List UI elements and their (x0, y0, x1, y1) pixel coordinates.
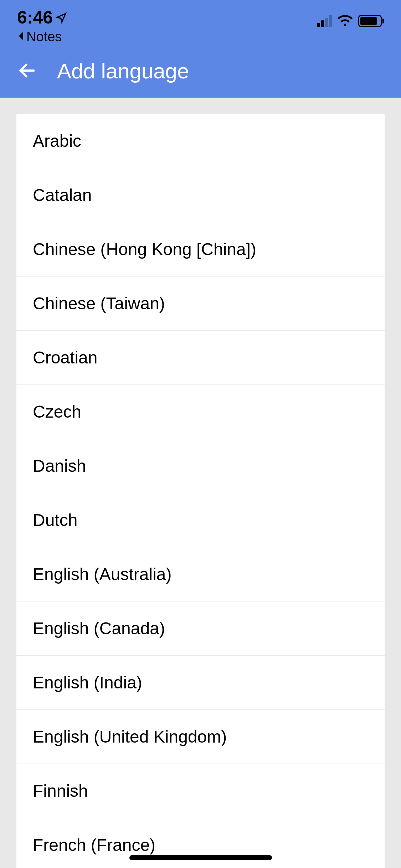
language-label: Catalan (33, 186, 92, 205)
wifi-icon (337, 14, 353, 28)
list-item[interactable]: Catalan (16, 168, 385, 222)
language-label: Chinese (Hong Kong [China]) (33, 240, 256, 259)
list-item[interactable]: Czech (16, 385, 385, 439)
page-title: Add language (57, 59, 189, 83)
language-label: Czech (33, 402, 81, 421)
list-item[interactable]: Arabic (16, 114, 385, 168)
language-label: Finnish (33, 781, 88, 800)
language-label: English (India) (33, 673, 142, 692)
time-text: 6:46 (17, 7, 53, 28)
back-app-label: Notes (26, 29, 62, 45)
nav-bar: Add language (0, 45, 401, 98)
list-item[interactable]: English (United Kingdom) (16, 710, 385, 764)
back-to-app-link[interactable]: Notes (17, 29, 67, 45)
app-header: 6:46 Notes (0, 0, 401, 98)
language-label: English (Australia) (33, 565, 171, 584)
battery-icon (358, 15, 384, 27)
language-label: English (United Kingdom) (33, 727, 227, 746)
list-item[interactable]: Danish (16, 439, 385, 493)
list-item[interactable]: Finnish (16, 764, 385, 818)
language-label: French (France) (33, 836, 155, 854)
status-time: 6:46 (17, 7, 67, 28)
status-bar-left: 6:46 Notes (17, 7, 67, 45)
language-list: Arabic Catalan Chinese (Hong Kong [China… (16, 114, 385, 868)
language-label: Dutch (33, 511, 77, 529)
list-item[interactable]: English (India) (16, 656, 385, 710)
back-button[interactable] (17, 61, 37, 82)
cellular-signal-icon (317, 15, 332, 27)
language-label: Arabic (33, 131, 81, 150)
list-item[interactable]: English (Canada) (16, 601, 385, 656)
list-item[interactable]: Chinese (Taiwan) (16, 277, 385, 331)
list-item[interactable]: Chinese (Hong Kong [China]) (16, 222, 385, 277)
list-item[interactable]: French (France) (16, 818, 385, 868)
chevron-left-icon (17, 29, 25, 45)
status-bar-right (317, 7, 384, 28)
location-icon (56, 7, 67, 28)
content-area: Arabic Catalan Chinese (Hong Kong [China… (0, 98, 401, 868)
language-label: Croatian (33, 348, 97, 367)
list-item[interactable]: Croatian (16, 331, 385, 385)
language-label: Danish (33, 456, 86, 475)
home-indicator[interactable] (129, 855, 272, 860)
list-item[interactable]: English (Australia) (16, 547, 385, 601)
language-label: English (Canada) (33, 619, 165, 638)
status-bar: 6:46 Notes (0, 0, 401, 45)
list-item[interactable]: Dutch (16, 493, 385, 547)
language-label: Chinese (Taiwan) (33, 294, 165, 313)
